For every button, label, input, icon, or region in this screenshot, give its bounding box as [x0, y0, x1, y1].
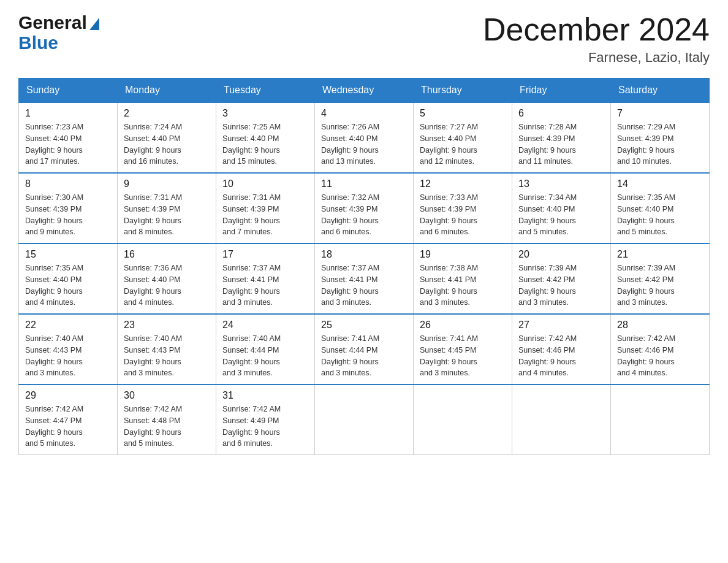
header-saturday: Saturday	[611, 79, 710, 103]
day-info: Sunrise: 7:35 AMSunset: 4:40 PMDaylight:…	[25, 262, 111, 308]
day-number: 25	[321, 320, 407, 331]
calendar-cell: 12Sunrise: 7:33 AMSunset: 4:39 PMDayligh…	[414, 173, 512, 243]
calendar-cell: 16Sunrise: 7:36 AMSunset: 4:40 PMDayligh…	[118, 243, 216, 314]
day-info: Sunrise: 7:40 AMSunset: 4:43 PMDaylight:…	[124, 333, 210, 379]
day-number: 5	[420, 108, 506, 119]
calendar-cell: 25Sunrise: 7:41 AMSunset: 4:44 PMDayligh…	[315, 314, 414, 385]
day-number: 30	[124, 390, 210, 401]
day-info: Sunrise: 7:27 AMSunset: 4:40 PMDaylight:…	[420, 121, 506, 167]
calendar-week-row: 15Sunrise: 7:35 AMSunset: 4:40 PMDayligh…	[19, 243, 710, 314]
calendar-cell: 23Sunrise: 7:40 AMSunset: 4:43 PMDayligh…	[118, 314, 216, 385]
day-number: 29	[25, 390, 111, 401]
day-info: Sunrise: 7:28 AMSunset: 4:39 PMDaylight:…	[518, 121, 604, 167]
day-info: Sunrise: 7:42 AMSunset: 4:48 PMDaylight:…	[124, 404, 210, 450]
day-number: 13	[518, 178, 604, 190]
day-number: 6	[518, 108, 604, 119]
header-wednesday: Wednesday	[315, 79, 414, 103]
day-number: 26	[420, 320, 506, 331]
calendar-cell: 11Sunrise: 7:32 AMSunset: 4:39 PMDayligh…	[315, 173, 414, 243]
header-sunday: Sunday	[19, 79, 118, 103]
day-number: 8	[25, 178, 111, 190]
day-info: Sunrise: 7:38 AMSunset: 4:41 PMDaylight:…	[420, 262, 506, 308]
calendar-cell: 19Sunrise: 7:38 AMSunset: 4:41 PMDayligh…	[414, 243, 512, 314]
page-subtitle: Farnese, Lazio, Italy	[483, 50, 710, 66]
day-number: 28	[617, 320, 703, 331]
day-info: Sunrise: 7:32 AMSunset: 4:39 PMDaylight:…	[321, 192, 407, 238]
calendar-cell: 18Sunrise: 7:37 AMSunset: 4:41 PMDayligh…	[315, 243, 414, 314]
day-info: Sunrise: 7:41 AMSunset: 4:44 PMDaylight:…	[321, 333, 407, 379]
header-friday: Friday	[512, 79, 611, 103]
day-info: Sunrise: 7:34 AMSunset: 4:40 PMDaylight:…	[518, 192, 604, 238]
calendar-cell: 2Sunrise: 7:24 AMSunset: 4:40 PMDaylight…	[118, 102, 216, 173]
calendar-cell: 3Sunrise: 7:25 AMSunset: 4:40 PMDaylight…	[216, 102, 315, 173]
day-number: 17	[222, 249, 308, 260]
calendar-cell: 29Sunrise: 7:42 AMSunset: 4:47 PMDayligh…	[19, 385, 118, 455]
calendar-cell: 20Sunrise: 7:39 AMSunset: 4:42 PMDayligh…	[512, 243, 611, 314]
day-info: Sunrise: 7:24 AMSunset: 4:40 PMDaylight:…	[124, 121, 210, 167]
logo: General Blue	[18, 12, 99, 53]
day-number: 11	[321, 178, 407, 190]
day-info: Sunrise: 7:26 AMSunset: 4:40 PMDaylight:…	[321, 121, 407, 167]
calendar-cell: 22Sunrise: 7:40 AMSunset: 4:43 PMDayligh…	[19, 314, 118, 385]
calendar-week-row: 8Sunrise: 7:30 AMSunset: 4:39 PMDaylight…	[19, 173, 710, 243]
calendar-cell: 26Sunrise: 7:41 AMSunset: 4:45 PMDayligh…	[414, 314, 512, 385]
logo-triangle-icon	[89, 18, 99, 30]
day-number: 21	[617, 249, 703, 260]
day-number: 2	[124, 108, 210, 119]
calendar-week-row: 1Sunrise: 7:23 AMSunset: 4:40 PMDaylight…	[19, 102, 710, 173]
day-number: 10	[222, 178, 308, 190]
header-tuesday: Tuesday	[216, 79, 315, 103]
day-number: 12	[420, 178, 506, 190]
day-info: Sunrise: 7:31 AMSunset: 4:39 PMDaylight:…	[222, 192, 308, 238]
day-info: Sunrise: 7:29 AMSunset: 4:39 PMDaylight:…	[617, 121, 703, 167]
header-thursday: Thursday	[414, 79, 512, 103]
title-area: December 2024 Farnese, Lazio, Italy	[483, 12, 710, 66]
header-monday: Monday	[118, 79, 216, 103]
day-number: 24	[222, 320, 308, 331]
page-header: General Blue December 2024 Farnese, Lazi…	[18, 12, 710, 66]
calendar-cell: 15Sunrise: 7:35 AMSunset: 4:40 PMDayligh…	[19, 243, 118, 314]
calendar-cell	[611, 385, 710, 455]
calendar-cell: 28Sunrise: 7:42 AMSunset: 4:46 PMDayligh…	[611, 314, 710, 385]
logo-general-text: General	[18, 12, 87, 33]
calendar-week-row: 29Sunrise: 7:42 AMSunset: 4:47 PMDayligh…	[19, 385, 710, 455]
day-number: 19	[420, 249, 506, 260]
calendar-table: SundayMondayTuesdayWednesdayThursdayFrid…	[18, 78, 710, 455]
day-number: 22	[25, 320, 111, 331]
calendar-cell	[315, 385, 414, 455]
day-info: Sunrise: 7:42 AMSunset: 4:46 PMDaylight:…	[617, 333, 703, 379]
day-info: Sunrise: 7:37 AMSunset: 4:41 PMDaylight:…	[321, 262, 407, 308]
calendar-cell: 27Sunrise: 7:42 AMSunset: 4:46 PMDayligh…	[512, 314, 611, 385]
calendar-cell: 5Sunrise: 7:27 AMSunset: 4:40 PMDaylight…	[414, 102, 512, 173]
day-number: 7	[617, 108, 703, 119]
calendar-header-row: SundayMondayTuesdayWednesdayThursdayFrid…	[19, 79, 710, 103]
day-number: 14	[617, 178, 703, 190]
day-number: 18	[321, 249, 407, 260]
calendar-cell: 9Sunrise: 7:31 AMSunset: 4:39 PMDaylight…	[118, 173, 216, 243]
calendar-cell: 8Sunrise: 7:30 AMSunset: 4:39 PMDaylight…	[19, 173, 118, 243]
calendar-cell: 31Sunrise: 7:42 AMSunset: 4:49 PMDayligh…	[216, 385, 315, 455]
day-info: Sunrise: 7:40 AMSunset: 4:43 PMDaylight:…	[25, 333, 111, 379]
calendar-cell: 24Sunrise: 7:40 AMSunset: 4:44 PMDayligh…	[216, 314, 315, 385]
day-info: Sunrise: 7:37 AMSunset: 4:41 PMDaylight:…	[222, 262, 308, 308]
day-info: Sunrise: 7:35 AMSunset: 4:40 PMDaylight:…	[617, 192, 703, 238]
day-info: Sunrise: 7:39 AMSunset: 4:42 PMDaylight:…	[617, 262, 703, 308]
calendar-cell: 6Sunrise: 7:28 AMSunset: 4:39 PMDaylight…	[512, 102, 611, 173]
day-number: 20	[518, 249, 604, 260]
calendar-cell: 21Sunrise: 7:39 AMSunset: 4:42 PMDayligh…	[611, 243, 710, 314]
day-number: 4	[321, 108, 407, 119]
day-info: Sunrise: 7:40 AMSunset: 4:44 PMDaylight:…	[222, 333, 308, 379]
calendar-cell: 13Sunrise: 7:34 AMSunset: 4:40 PMDayligh…	[512, 173, 611, 243]
day-info: Sunrise: 7:31 AMSunset: 4:39 PMDaylight:…	[124, 192, 210, 238]
calendar-cell: 1Sunrise: 7:23 AMSunset: 4:40 PMDaylight…	[19, 102, 118, 173]
day-number: 31	[222, 390, 308, 401]
day-info: Sunrise: 7:36 AMSunset: 4:40 PMDaylight:…	[124, 262, 210, 308]
calendar-cell	[414, 385, 512, 455]
day-info: Sunrise: 7:33 AMSunset: 4:39 PMDaylight:…	[420, 192, 506, 238]
calendar-cell: 10Sunrise: 7:31 AMSunset: 4:39 PMDayligh…	[216, 173, 315, 243]
day-info: Sunrise: 7:42 AMSunset: 4:46 PMDaylight:…	[518, 333, 604, 379]
day-number: 23	[124, 320, 210, 331]
calendar-cell: 17Sunrise: 7:37 AMSunset: 4:41 PMDayligh…	[216, 243, 315, 314]
day-number: 3	[222, 108, 308, 119]
day-number: 16	[124, 249, 210, 260]
